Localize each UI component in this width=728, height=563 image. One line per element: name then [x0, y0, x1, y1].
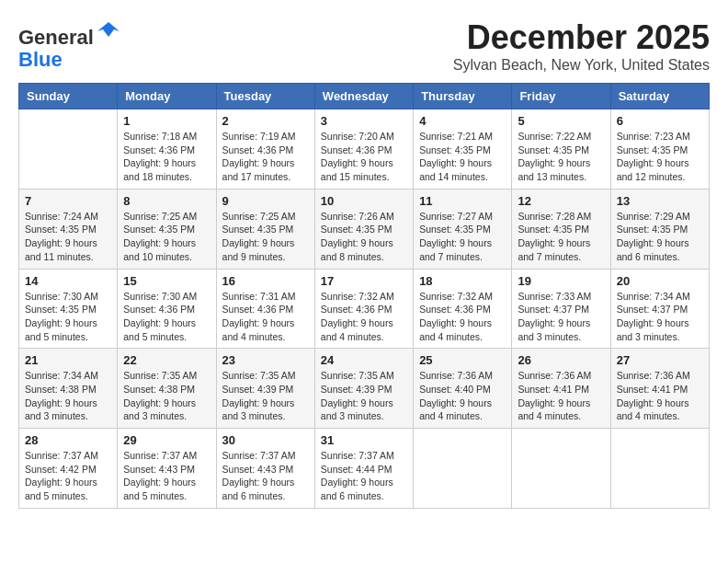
weekday-header-sunday: Sunday: [19, 84, 118, 109]
calendar-cell: 30Sunrise: 7:37 AM Sunset: 4:43 PM Dayli…: [216, 429, 314, 509]
day-info: Sunrise: 7:34 AM Sunset: 4:38 PM Dayligh…: [25, 369, 111, 423]
calendar-cell: 20Sunrise: 7:34 AM Sunset: 4:37 PM Dayli…: [610, 269, 709, 349]
weekday-header-wednesday: Wednesday: [314, 84, 413, 109]
calendar-cell: 1Sunrise: 7:18 AM Sunset: 4:36 PM Daylig…: [118, 109, 216, 190]
weekday-header-saturday: Saturday: [610, 84, 709, 109]
day-number: 15: [123, 274, 210, 288]
weekday-header-friday: Friday: [512, 84, 610, 109]
day-info: Sunrise: 7:29 AM Sunset: 4:35 PM Dayligh…: [617, 210, 703, 264]
day-info: Sunrise: 7:28 AM Sunset: 4:35 PM Dayligh…: [518, 210, 604, 264]
day-info: Sunrise: 7:35 AM Sunset: 4:39 PM Dayligh…: [222, 369, 309, 423]
calendar-cell: 28Sunrise: 7:37 AM Sunset: 4:42 PM Dayli…: [19, 429, 118, 509]
day-info: Sunrise: 7:33 AM Sunset: 4:37 PM Dayligh…: [518, 290, 604, 344]
day-info: Sunrise: 7:35 AM Sunset: 4:38 PM Dayligh…: [123, 369, 210, 423]
day-number: 24: [321, 353, 407, 367]
day-number: 11: [419, 194, 506, 208]
day-number: 12: [518, 194, 604, 208]
day-number: 20: [617, 274, 703, 288]
day-number: 5: [518, 114, 604, 128]
calendar-cell: 16Sunrise: 7:31 AM Sunset: 4:36 PM Dayli…: [216, 269, 314, 349]
calendar-cell: 3Sunrise: 7:20 AM Sunset: 4:36 PM Daylig…: [314, 109, 413, 190]
logo-blue: Blue: [18, 48, 63, 71]
location-subtitle: Sylvan Beach, New York, United States: [453, 57, 710, 74]
day-number: 29: [123, 433, 210, 447]
logo-general: General: [18, 26, 94, 49]
calendar-cell: 22Sunrise: 7:35 AM Sunset: 4:38 PM Dayli…: [118, 349, 216, 429]
day-number: 21: [25, 353, 111, 367]
calendar-cell: [512, 429, 610, 509]
calendar-body: 1Sunrise: 7:18 AM Sunset: 4:36 PM Daylig…: [19, 109, 710, 509]
day-info: Sunrise: 7:21 AM Sunset: 4:35 PM Dayligh…: [419, 130, 506, 184]
calendar-cell: 25Sunrise: 7:36 AM Sunset: 4:40 PM Dayli…: [414, 349, 512, 429]
day-info: Sunrise: 7:19 AM Sunset: 4:36 PM Dayligh…: [222, 130, 309, 184]
day-info: Sunrise: 7:25 AM Sunset: 4:35 PM Dayligh…: [222, 210, 309, 264]
calendar-week-3: 14Sunrise: 7:30 AM Sunset: 4:35 PM Dayli…: [19, 269, 710, 349]
calendar-cell: 19Sunrise: 7:33 AM Sunset: 4:37 PM Dayli…: [512, 269, 610, 349]
calendar-cell: [414, 429, 512, 509]
calendar-cell: 8Sunrise: 7:25 AM Sunset: 4:35 PM Daylig…: [118, 189, 216, 269]
weekday-header-monday: Monday: [118, 84, 216, 109]
day-info: Sunrise: 7:32 AM Sunset: 4:36 PM Dayligh…: [321, 290, 407, 344]
day-number: 31: [321, 433, 407, 447]
calendar-cell: [610, 429, 709, 509]
day-number: 14: [25, 274, 111, 288]
day-number: 4: [419, 114, 506, 128]
logo: General Blue: [18, 18, 121, 71]
day-number: 25: [419, 353, 506, 367]
day-number: 9: [222, 194, 309, 208]
day-info: Sunrise: 7:24 AM Sunset: 4:35 PM Dayligh…: [25, 210, 111, 264]
calendar-cell: 5Sunrise: 7:22 AM Sunset: 4:35 PM Daylig…: [512, 109, 610, 190]
weekday-header-tuesday: Tuesday: [216, 84, 314, 109]
calendar-cell: 7Sunrise: 7:24 AM Sunset: 4:35 PM Daylig…: [19, 189, 118, 269]
day-number: 6: [617, 114, 703, 128]
calendar-cell: 31Sunrise: 7:37 AM Sunset: 4:44 PM Dayli…: [314, 429, 413, 509]
calendar-cell: 21Sunrise: 7:34 AM Sunset: 4:38 PM Dayli…: [19, 349, 118, 429]
calendar-cell: 24Sunrise: 7:35 AM Sunset: 4:39 PM Dayli…: [314, 349, 413, 429]
calendar-cell: 10Sunrise: 7:26 AM Sunset: 4:35 PM Dayli…: [314, 189, 413, 269]
day-number: 28: [25, 433, 111, 447]
day-info: Sunrise: 7:36 AM Sunset: 4:41 PM Dayligh…: [518, 369, 604, 423]
calendar-cell: 14Sunrise: 7:30 AM Sunset: 4:35 PM Dayli…: [19, 269, 118, 349]
day-number: 16: [222, 274, 309, 288]
day-info: Sunrise: 7:30 AM Sunset: 4:35 PM Dayligh…: [25, 290, 111, 344]
day-number: 1: [123, 114, 210, 128]
calendar-week-5: 28Sunrise: 7:37 AM Sunset: 4:42 PM Dayli…: [19, 429, 710, 509]
day-info: Sunrise: 7:37 AM Sunset: 4:43 PM Dayligh…: [222, 449, 309, 503]
day-info: Sunrise: 7:22 AM Sunset: 4:35 PM Dayligh…: [518, 130, 604, 184]
calendar-cell: 11Sunrise: 7:27 AM Sunset: 4:35 PM Dayli…: [414, 189, 512, 269]
calendar-cell: 17Sunrise: 7:32 AM Sunset: 4:36 PM Dayli…: [314, 269, 413, 349]
day-info: Sunrise: 7:26 AM Sunset: 4:35 PM Dayligh…: [321, 210, 407, 264]
day-number: 27: [617, 353, 703, 367]
day-info: Sunrise: 7:37 AM Sunset: 4:42 PM Dayligh…: [25, 449, 111, 503]
month-title: December 2025: [453, 18, 710, 57]
day-number: 17: [321, 274, 407, 288]
day-number: 30: [222, 433, 309, 447]
day-info: Sunrise: 7:34 AM Sunset: 4:37 PM Dayligh…: [617, 290, 703, 344]
calendar-table: SundayMondayTuesdayWednesdayThursdayFrid…: [18, 83, 710, 509]
day-number: 23: [222, 353, 309, 367]
svg-marker-0: [97, 22, 119, 37]
calendar-cell: 23Sunrise: 7:35 AM Sunset: 4:39 PM Dayli…: [216, 349, 314, 429]
day-info: Sunrise: 7:32 AM Sunset: 4:36 PM Dayligh…: [419, 290, 506, 344]
calendar-cell: 26Sunrise: 7:36 AM Sunset: 4:41 PM Dayli…: [512, 349, 610, 429]
calendar-cell: 6Sunrise: 7:23 AM Sunset: 4:35 PM Daylig…: [610, 109, 709, 190]
calendar-cell: 4Sunrise: 7:21 AM Sunset: 4:35 PM Daylig…: [414, 109, 512, 190]
day-info: Sunrise: 7:30 AM Sunset: 4:36 PM Dayligh…: [123, 290, 210, 344]
day-number: 13: [617, 194, 703, 208]
day-number: 3: [321, 114, 407, 128]
day-info: Sunrise: 7:18 AM Sunset: 4:36 PM Dayligh…: [123, 130, 210, 184]
day-number: 18: [419, 274, 506, 288]
weekday-header-row: SundayMondayTuesdayWednesdayThursdayFrid…: [19, 84, 710, 109]
day-info: Sunrise: 7:36 AM Sunset: 4:40 PM Dayligh…: [419, 369, 506, 423]
day-number: 8: [123, 194, 210, 208]
page-header: General Blue December 2025 Sylvan Beach,…: [18, 18, 710, 74]
day-info: Sunrise: 7:35 AM Sunset: 4:39 PM Dayligh…: [321, 369, 407, 423]
calendar-cell: 27Sunrise: 7:36 AM Sunset: 4:41 PM Dayli…: [610, 349, 709, 429]
day-info: Sunrise: 7:25 AM Sunset: 4:35 PM Dayligh…: [123, 210, 210, 264]
day-number: 26: [518, 353, 604, 367]
day-info: Sunrise: 7:20 AM Sunset: 4:36 PM Dayligh…: [321, 130, 407, 184]
day-info: Sunrise: 7:23 AM Sunset: 4:35 PM Dayligh…: [617, 130, 703, 184]
day-info: Sunrise: 7:36 AM Sunset: 4:41 PM Dayligh…: [617, 369, 703, 423]
calendar-cell: 9Sunrise: 7:25 AM Sunset: 4:35 PM Daylig…: [216, 189, 314, 269]
weekday-header-thursday: Thursday: [414, 84, 512, 109]
